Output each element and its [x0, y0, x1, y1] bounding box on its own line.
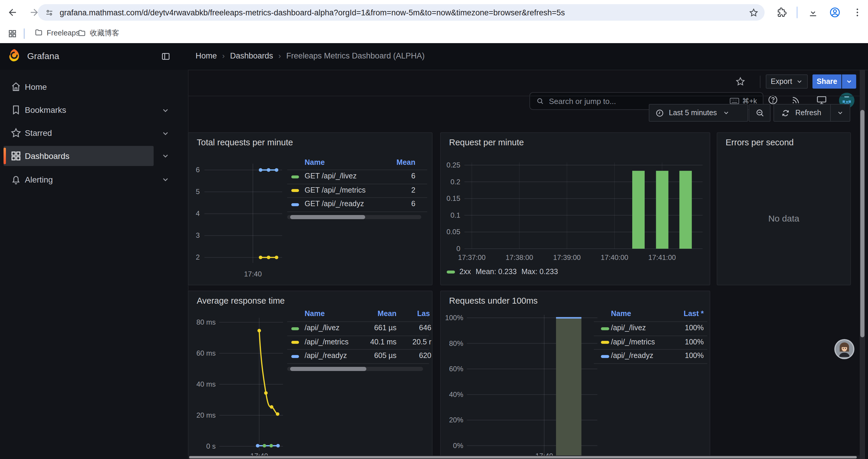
breadcrumb-separator: ›	[278, 52, 281, 60]
legend-series-name[interactable]: 2xx	[459, 268, 471, 276]
extensions-icon[interactable]	[776, 7, 787, 18]
zoom-out-icon	[755, 108, 764, 118]
svg-text:40%: 40%	[449, 391, 463, 398]
legend-scrollbar-thumb[interactable]	[290, 215, 365, 219]
apps-grid-icon[interactable]	[8, 29, 17, 38]
breadcrumb-separator: ›	[222, 52, 225, 60]
chevron-down-icon[interactable]	[161, 175, 169, 184]
legend-column-header[interactable]: Mean	[378, 309, 397, 318]
grafana-logo[interactable]	[8, 47, 21, 64]
green-series-pill	[291, 327, 299, 330]
svg-text:6: 6	[196, 166, 200, 174]
breadcrumb-dashboards[interactable]: Dashboards	[230, 52, 273, 60]
blue-series-pill	[291, 355, 299, 358]
sidebar-item-label: Alerting	[25, 174, 53, 184]
sidebar-item-alerting[interactable]: Alerting	[4, 169, 154, 189]
svg-text:0.15: 0.15	[446, 194, 460, 202]
profile-icon[interactable]	[829, 6, 841, 18]
bookmark-folder-freeleaps[interactable]: Freeleaps	[34, 28, 80, 37]
blue-series-pill	[291, 203, 299, 206]
favorite-star-icon[interactable]	[735, 76, 746, 87]
sidebar-item-dashboards[interactable]: Dashboards	[4, 145, 154, 166]
legend-series-name[interactable]: GET /api/_/metrics	[305, 186, 366, 194]
vertical-scrollbar-thumb[interactable]	[860, 110, 864, 337]
svg-text:0.25: 0.25	[446, 161, 460, 169]
legend-value: 605 µs	[374, 352, 397, 360]
sidebar-item-bookmarks[interactable]: Bookmarks	[4, 100, 154, 120]
share-button[interactable]: Share	[812, 74, 841, 89]
legend-scrollbar-thumb[interactable]	[290, 367, 366, 371]
time-range-picker[interactable]: Last 5 minutes	[649, 104, 748, 122]
url-bar[interactable]: grafana.mathmast.com/d/deytv4rwavabkb/fr…	[38, 4, 765, 21]
legend-value: 646	[419, 324, 431, 332]
export-button[interactable]: Export	[766, 74, 808, 89]
dock-menu-icon[interactable]	[161, 52, 171, 61]
legend-column-header[interactable]: Las	[417, 309, 430, 318]
chevron-down-icon	[845, 78, 852, 85]
toolbar-separator	[760, 76, 761, 88]
legend-series-name[interactable]: /api/_/livez	[305, 324, 339, 332]
panel-title[interactable]: Total requests per minute	[197, 138, 293, 147]
legend-series-name[interactable]: /api/_/metrics	[611, 338, 655, 346]
refresh-button[interactable]: Refresh	[773, 104, 850, 122]
site-settings-icon[interactable]	[45, 8, 54, 17]
legend-column-header[interactable]: Mean	[397, 158, 415, 167]
download-icon[interactable]	[808, 7, 818, 18]
legend-series-name[interactable]: /api/_/readyz	[611, 352, 653, 360]
vertical-scrollbar[interactable]	[860, 70, 865, 459]
yellow-series-pill	[291, 189, 299, 192]
svg-text:5: 5	[196, 188, 200, 196]
legend-series-name[interactable]: GET /api/_/livez	[305, 172, 356, 180]
panel-title[interactable]: Average response time	[197, 296, 285, 305]
horizontal-scrollbar-thumb[interactable]	[189, 456, 857, 458]
legend-column-header[interactable]: Name	[611, 309, 631, 318]
sidebar-item-label: Home	[25, 82, 47, 92]
breadcrumb-home[interactable]: Home	[195, 52, 217, 60]
legend-separator	[594, 350, 707, 350]
legend-separator	[287, 169, 427, 170]
time-range-label: Last 5 minutes	[669, 109, 717, 117]
chevron-down-icon[interactable]	[161, 106, 169, 114]
legend-mean: Mean: 0.233	[476, 268, 517, 276]
legend-series-name[interactable]: /api/_/readyz	[305, 352, 347, 360]
chevron-down-icon[interactable]	[161, 129, 169, 138]
no-data-message: No data	[717, 213, 850, 223]
bell-icon	[10, 173, 22, 185]
back-icon[interactable]	[7, 7, 18, 18]
svg-text:3: 3	[196, 231, 200, 239]
bookmark-folder-blogs[interactable]: 收藏博客	[78, 28, 119, 38]
legend-series-name[interactable]: /api/_/livez	[611, 324, 646, 332]
assistant-avatar[interactable]	[834, 339, 855, 359]
panel-title[interactable]: Requests under 100ms	[449, 296, 538, 305]
legend-value: 40.1 ms	[370, 338, 397, 346]
horizontal-scrollbar[interactable]	[188, 455, 860, 459]
svg-text:20 ms: 20 ms	[196, 411, 216, 419]
legend-separator	[287, 335, 429, 336]
legend-series-name[interactable]: GET /api/_/readyz	[305, 200, 364, 208]
legend-value: 2	[411, 186, 415, 194]
legend-column-header[interactable]: Last *	[684, 309, 704, 318]
browser-menu-icon[interactable]	[852, 7, 863, 18]
panel-title[interactable]: Request per minute	[449, 138, 524, 147]
legend-separator	[287, 321, 429, 322]
clock-icon	[655, 108, 664, 117]
svg-text:60%: 60%	[449, 365, 463, 373]
legend-column-header[interactable]: Name	[305, 158, 325, 167]
legend-value: 100%	[685, 352, 704, 360]
panel-title[interactable]: Errors per second	[725, 138, 794, 147]
sidebar-item-home[interactable]: Home	[4, 77, 154, 97]
chevron-down-icon[interactable]	[161, 152, 169, 160]
bookmark-star-icon[interactable]	[749, 7, 759, 18]
legend-series-name[interactable]: /api/_/metrics	[305, 338, 349, 346]
url-text[interactable]: grafana.mathmast.com/d/deytv4rwavabkb/fr…	[60, 8, 565, 17]
share-menu-button[interactable]	[842, 74, 856, 89]
legend-separator	[287, 198, 427, 198]
search-icon	[536, 97, 544, 105]
legend-column-header[interactable]: Name	[305, 309, 325, 318]
panel-request-per-minute: Request per minute 0.250.20.150.10.05017…	[440, 132, 710, 285]
zoom-out-button[interactable]	[749, 104, 771, 122]
legend-table: NameLast */api/_/livez100%/api/_/metrics…	[594, 308, 710, 373]
svg-text:40 ms: 40 ms	[196, 380, 216, 388]
sidebar-item-starred[interactable]: Starred	[4, 123, 154, 143]
folder-icon	[78, 29, 86, 38]
